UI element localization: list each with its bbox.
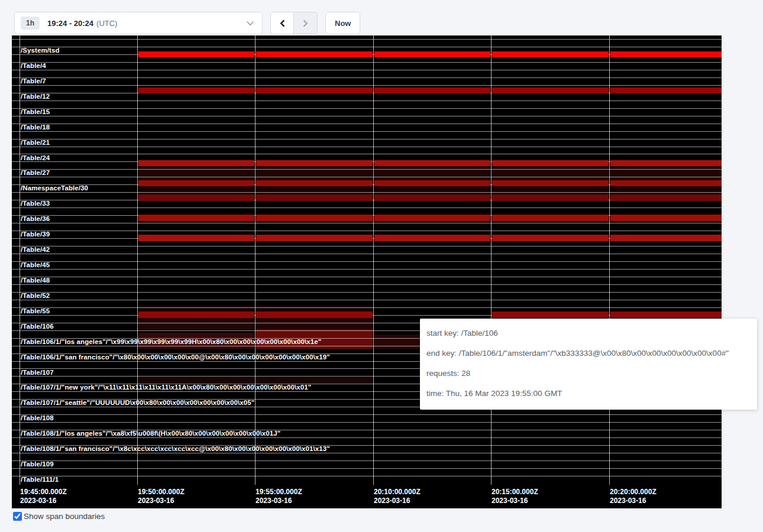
heat-band[interactable]	[138, 180, 254, 186]
heat-band[interactable]	[492, 87, 609, 93]
heat-band[interactable]	[492, 180, 609, 186]
time-bucket-line	[609, 35, 610, 485]
span-boundary-line	[12, 116, 722, 116]
heat-band[interactable]	[610, 160, 722, 166]
span-boundary-line	[12, 177, 722, 177]
span-boundary-line	[12, 307, 722, 308]
heat-band[interactable]	[138, 235, 254, 241]
span-boundary-line	[12, 154, 722, 154]
heat-band[interactable]	[374, 180, 490, 186]
span-boundary-line	[12, 77, 722, 78]
row-label: /System/tsd	[21, 47, 60, 54]
tooltip-line: requests: 28	[426, 364, 757, 384]
heat-band[interactable]	[374, 235, 490, 241]
span-boundary-line	[12, 108, 722, 109]
heat-band[interactable]	[610, 87, 722, 93]
heat-band[interactable]	[138, 87, 254, 93]
heat-band[interactable]	[610, 51, 722, 57]
heat-band[interactable]	[610, 215, 722, 221]
heat-band[interactable]	[256, 186, 373, 194]
row-label: /Table/18	[21, 124, 50, 131]
row-label: /Table/108	[21, 414, 54, 421]
span-boundary-line	[12, 460, 722, 461]
heat-band[interactable]	[492, 194, 609, 201]
heat-band[interactable]	[138, 160, 254, 166]
row-label: /Table/7	[21, 77, 46, 85]
row-label: /Table/106/1/"san francisco"/"\x80\x00\x…	[21, 353, 330, 361]
heat-band[interactable]	[256, 51, 373, 57]
time-nav-group	[270, 12, 318, 34]
chevron-left-icon	[280, 20, 287, 27]
heat-band[interactable]	[138, 318, 254, 329]
heat-band[interactable]	[138, 215, 254, 221]
row-label: /Table/52	[21, 292, 50, 299]
heat-band[interactable]	[256, 306, 373, 312]
heat-band[interactable]	[138, 377, 254, 383]
show-span-boundaries-checkbox[interactable]	[13, 512, 22, 521]
heat-band[interactable]	[492, 235, 609, 241]
heat-band[interactable]	[610, 194, 722, 201]
x-axis: 19:45:00.000Z2023-03-1619:50:00.000Z2023…	[12, 485, 722, 508]
heat-band[interactable]	[256, 235, 373, 241]
next-time-button[interactable]	[294, 12, 318, 34]
time-bucket-line	[255, 35, 256, 485]
row-label: /Table/107/1/"seattle"/"UUUUUUD\x00\x80\…	[21, 399, 254, 406]
row-label: /Table/55	[21, 307, 50, 314]
row-label: /Table/36	[21, 215, 50, 222]
time-bucket-line	[491, 35, 492, 485]
heat-band[interactable]	[138, 186, 254, 194]
heat-band[interactable]	[610, 186, 722, 194]
row-label: /Table/33	[21, 200, 50, 207]
heat-band[interactable]	[374, 87, 490, 93]
row-label: /NamespaceTable/30	[21, 184, 88, 192]
span-boundary-line	[12, 223, 722, 223]
heat-band[interactable]	[256, 215, 373, 221]
heat-band[interactable]	[610, 235, 722, 241]
heat-band[interactable]	[256, 180, 373, 186]
heat-band[interactable]	[256, 160, 373, 166]
plot-area[interactable]: /System/tsd/Table/4/Table/7/Table/12/Tab…	[12, 35, 722, 485]
row-label: /Table/48	[21, 277, 50, 284]
heat-band[interactable]	[256, 87, 373, 93]
tooltip-line: start key: /Table/106	[426, 323, 757, 343]
heat-band[interactable]	[374, 51, 490, 57]
heat-band[interactable]	[256, 377, 373, 383]
span-boundary-line	[12, 422, 722, 423]
heat-band[interactable]	[374, 215, 490, 221]
heat-band[interactable]	[138, 306, 254, 312]
heat-band[interactable]	[374, 194, 490, 201]
span-boundary-line	[12, 292, 722, 293]
heat-band[interactable]	[374, 160, 490, 166]
span-boundary-line	[12, 254, 722, 254]
heat-band[interactable]	[256, 194, 373, 201]
heat-band[interactable]	[610, 312, 722, 318]
heat-band[interactable]	[256, 318, 373, 329]
prev-time-button[interactable]	[270, 12, 294, 34]
span-boundary-line	[12, 192, 722, 193]
row-label: /Table/45	[21, 261, 50, 268]
time-range-picker[interactable]: 1h 19:24 - 20:24 (UTC)	[14, 12, 263, 34]
span-boundary-line	[12, 70, 722, 70]
heat-band[interactable]	[138, 312, 254, 318]
heat-band[interactable]	[138, 51, 254, 57]
now-button[interactable]: Now	[325, 12, 360, 34]
heat-band[interactable]	[256, 312, 373, 318]
heat-band[interactable]	[610, 180, 722, 186]
span-boundary-line	[12, 468, 722, 469]
key-visualizer-canvas[interactable]: /System/tsd/Table/4/Table/7/Table/12/Tab…	[12, 35, 722, 508]
x-axis-tick: 19:55:00.000Z2023-03-16	[256, 488, 302, 505]
row-label: /Table/21	[21, 139, 50, 146]
heat-band[interactable]	[492, 160, 609, 166]
heat-band[interactable]	[138, 194, 254, 201]
heat-band[interactable]	[492, 186, 609, 194]
row-label: /Table/106/1/"los angeles"/"\x99\x99\x99…	[21, 338, 321, 345]
time-range-label: 19:24 - 20:24	[47, 19, 93, 28]
heat-band[interactable]	[492, 51, 609, 57]
tooltip-line: time: Thu, 16 Mar 2023 19:55:00 GMT	[426, 384, 757, 404]
span-boundary-line	[12, 414, 722, 415]
row-label: /Table/27	[21, 169, 50, 176]
span-boundary-line	[12, 131, 722, 132]
heat-band[interactable]	[492, 312, 609, 318]
heat-band[interactable]	[374, 186, 490, 194]
heat-band[interactable]	[492, 215, 609, 221]
